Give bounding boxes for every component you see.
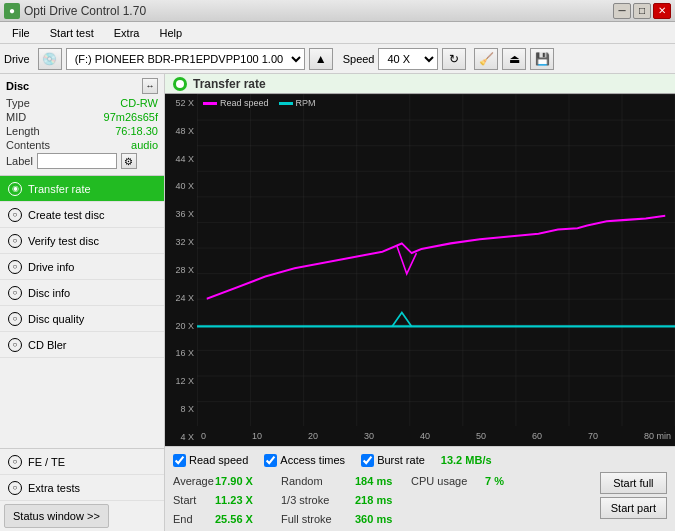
x-label-60: 60 [532,431,542,441]
speed-arrow-btn[interactable]: ↻ [442,48,466,70]
nav-item-disc-quality[interactable]: ○ Disc quality [0,306,164,332]
start-full-button[interactable]: Start full [600,472,667,494]
nav-item-create-test-disc[interactable]: ○ Create test disc [0,202,164,228]
disc-length-row: Length 76:18.30 [6,125,158,137]
start-part-button[interactable]: Start part [600,497,667,519]
nav-item-transfer-rate[interactable]: ◉ Transfer rate [0,176,164,202]
disc-label-input[interactable] [37,153,117,169]
disc-mid-value: 97m26s65f [104,111,158,123]
x-label-0: 0 [201,431,206,441]
stats-checkbox-row: Read speed Access times Burst rate 13.2 … [173,450,667,470]
nav-label-cd-bler: CD Bler [28,339,67,351]
x-label-10: 10 [252,431,262,441]
stat-cpu-label: CPU usage [411,475,481,487]
stats-col-mid: Random 184 ms 1/3 stroke 218 ms Full str… [281,472,395,528]
disc-length-value: 76:18.30 [115,125,158,137]
disc-label-label: Label [6,155,33,167]
burst-rate-value: 13.2 MB/s [441,454,492,466]
stat-row-1/3-stroke: 1/3 stroke 218 ms [281,491,395,509]
nav-item-verify-test-disc[interactable]: ○ Verify test disc [0,228,164,254]
x-label-70: 70 [588,431,598,441]
nav-label-drive-info: Drive info [28,261,74,273]
nav-item-drive-info[interactable]: ○ Drive info [0,254,164,280]
checkbox-access-times[interactable]: Access times [264,454,345,467]
stat-average-value: 17.90 X [215,475,265,487]
menu-help[interactable]: Help [151,25,190,41]
menu-bar: File Start test Extra Help [0,22,675,44]
y-label-28: 28 X [165,265,197,275]
speed-label: Speed [343,53,375,65]
stat-end-value: 25.56 X [215,513,265,525]
disc-header: Disc ↔ [6,78,158,94]
y-label-48: 48 X [165,126,197,136]
disc-label-row: Label ⚙ [6,153,158,169]
drive-label: Drive [4,53,30,65]
stat-row-random: Random 184 ms [281,472,395,490]
disc-refresh-btn[interactable]: ↔ [142,78,158,94]
nav-item-fe-te[interactable]: ○ FE / TE [0,449,164,475]
maximize-button[interactable]: □ [633,3,651,19]
eject-btn[interactable]: ⏏ [502,48,526,70]
nav-item-extra-tests[interactable]: ○ Extra tests [0,475,164,501]
disc-label-settings-btn[interactable]: ⚙ [121,153,137,169]
minimize-button[interactable]: ─ [613,3,631,19]
stat-row-start: Start 11.23 X [173,491,265,509]
x-label-30: 30 [364,431,374,441]
chart-x-axis: 0 10 20 30 40 50 60 70 80 min [197,426,675,446]
erase-btn[interactable]: 🧹 [474,48,498,70]
close-button[interactable]: ✕ [653,3,671,19]
checkbox-read-speed[interactable]: Read speed [173,454,248,467]
stat-row-end: End 25.56 X [173,510,265,528]
y-label-4: 4 X [165,432,197,442]
drive-icon-btn[interactable]: 💿 [38,48,62,70]
x-label-80: 80 min [644,431,671,441]
stat-random-label: Random [281,475,351,487]
content-area: Transfer rate 52 X 48 X 44 X 40 X 36 X 3… [165,74,675,531]
checkbox-burst-rate-input[interactable] [361,454,374,467]
x-label-40: 40 [420,431,430,441]
nav-label-verify-test-disc: Verify test disc [28,235,99,247]
status-window-button[interactable]: Status window >> [4,504,109,528]
checkbox-access-times-input[interactable] [264,454,277,467]
disc-mid-label: MID [6,111,26,123]
y-label-12: 12 X [165,376,197,386]
nav-icon-create-test-disc: ○ [8,208,22,222]
disc-length-label: Length [6,125,40,137]
menu-file[interactable]: File [4,25,38,41]
checkbox-burst-rate[interactable]: Burst rate [361,454,425,467]
checkbox-access-times-label: Access times [280,454,345,466]
y-label-52: 52 X [165,98,197,108]
speed-select[interactable]: 40 X [378,48,438,70]
x-label-50: 50 [476,431,486,441]
stat-1/3-stroke-value: 218 ms [355,494,395,506]
chart-container: 52 X 48 X 44 X 40 X 36 X 32 X 28 X 24 X … [165,94,675,446]
chart-y-axis: 52 X 48 X 44 X 40 X 36 X 32 X 28 X 24 X … [165,94,197,446]
chart-header: Transfer rate [165,74,675,94]
disc-mid-row: MID 97m26s65f [6,111,158,123]
checkbox-read-speed-input[interactable] [173,454,186,467]
nav-icon-transfer-rate: ◉ [8,182,22,196]
drive-select[interactable]: (F:) PIONEER BDR-PR1EPDVPP100 1.00 [66,48,305,70]
stats-numbers-area: Average 17.90 X Start 11.23 X End 25.56 … [173,472,667,528]
y-label-8: 8 X [165,404,197,414]
nav-label-extra-tests: Extra tests [28,482,80,494]
action-buttons: Start full Start part [600,472,667,519]
app-icon: ● [4,3,20,19]
checkbox-burst-rate-label: Burst rate [377,454,425,466]
nav-label-transfer-rate: Transfer rate [28,183,91,195]
drive-arrow-up-btn[interactable]: ▲ [309,48,333,70]
x-label-20: 20 [308,431,318,441]
disc-type-row: Type CD-RW [6,97,158,109]
disc-type-label: Type [6,97,30,109]
menu-start-test[interactable]: Start test [42,25,102,41]
title-bar: ● Opti Drive Control 1.70 ─ □ ✕ [0,0,675,22]
nav-item-disc-info[interactable]: ○ Disc info [0,280,164,306]
stats-bar: Read speed Access times Burst rate 13.2 … [165,446,675,531]
nav-item-cd-bler[interactable]: ○ CD Bler [0,332,164,358]
nav-icon-verify-test-disc: ○ [8,234,22,248]
y-label-24: 24 X [165,293,197,303]
title-bar-left: ● Opti Drive Control 1.70 [4,3,146,19]
menu-extra[interactable]: Extra [106,25,148,41]
save-btn[interactable]: 💾 [530,48,554,70]
stat-start-label: Start [173,494,211,506]
